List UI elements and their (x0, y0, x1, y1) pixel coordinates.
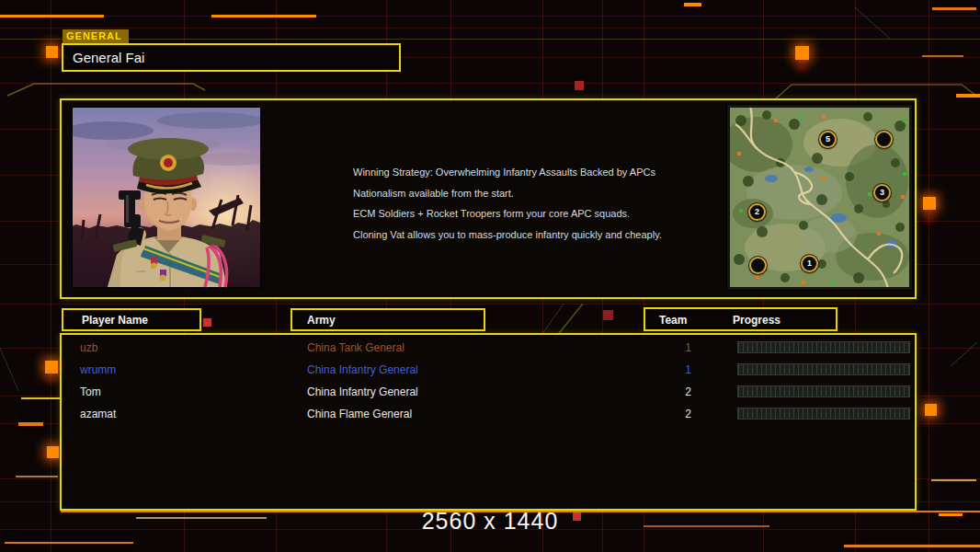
glow-reflection (46, 375, 57, 383)
decoration-dash (684, 3, 701, 6)
player-row: Tom China Infantry General 2 (62, 382, 915, 404)
glow-reflection (796, 63, 807, 72)
map-start-marker-2: 2 (748, 203, 766, 221)
glow-square-decoration (925, 404, 937, 416)
player-name: Tom (80, 385, 101, 398)
player-team: 2 (650, 408, 691, 420)
player-army: China Infantry General (307, 363, 418, 376)
player-team: 1 (650, 363, 691, 376)
player-row: wrumm China Infantry General 1 (62, 360, 915, 382)
strategy-text: Winning Strategy: Overwhelming Infantry … (353, 162, 662, 245)
army-header-label: Army (307, 314, 336, 327)
general-portrait (73, 108, 260, 287)
glow-square-decoration (923, 197, 936, 210)
army-header: Army (291, 308, 485, 331)
loading-screen: GENERAL General Fai (0, 0, 980, 552)
decoration-dash (0, 15, 104, 17)
player-list-panel: uzb China Tank General 1 wrumm China Inf… (60, 333, 917, 511)
glow-square-decoration (47, 446, 59, 458)
red-square-decoration (575, 81, 584, 90)
player-army: China Flame General (307, 408, 412, 420)
progress-bar (737, 385, 910, 397)
decoration-dash (956, 94, 980, 98)
strategy-line: Winning Strategy: Overwhelming Infantry … (353, 162, 662, 183)
progress-bar (737, 363, 910, 375)
glow-square-decoration (46, 46, 58, 58)
map-start-marker-3: 3 (873, 184, 891, 201)
progress-bar (737, 408, 910, 420)
map-start-marker-1: 1 (801, 255, 818, 272)
player-rows: uzb China Tank General 1 wrumm China Inf… (62, 335, 915, 509)
decoration-dash (932, 7, 976, 10)
map-start-marker-5: 5 (819, 131, 837, 148)
map-start-marker-empty (749, 257, 767, 274)
player-row: azamat China Flame General 2 (62, 404, 915, 426)
team-header-label: Team (659, 314, 687, 327)
player-name-header: Player Name (62, 308, 201, 331)
progress-bar (737, 341, 910, 353)
general-tab-label: GENERAL (63, 29, 129, 43)
player-army: China Infantry General (307, 385, 418, 398)
map-start-marker-empty (875, 131, 893, 148)
progress-header-label: Progress (733, 314, 781, 327)
glow-reflection (925, 213, 935, 223)
general-name: General Fai (73, 50, 144, 65)
decoration-dash (21, 397, 62, 399)
red-square-decoration (203, 318, 211, 327)
decoration-dash (18, 422, 43, 426)
decoration-dash (931, 479, 976, 481)
team-progress-header: Team Progress (644, 307, 838, 331)
player-row: uzb China Tank General 1 (62, 338, 915, 360)
general-portrait-art (73, 108, 260, 287)
map-markers: 5321 (730, 108, 909, 287)
glow-square-decoration (45, 361, 58, 374)
decoration-dash (844, 545, 980, 547)
general-name-box: General Fai (62, 43, 401, 72)
player-army: China Tank General (307, 341, 405, 354)
player-name-header-label: Player Name (82, 314, 148, 327)
glow-square-decoration (795, 46, 809, 60)
decoration-dash (922, 55, 963, 57)
strategy-line: Nationalism available from the start. (353, 183, 662, 204)
player-name: azamat (80, 408, 116, 420)
player-name: uzb (80, 341, 97, 354)
player-name: wrumm (80, 363, 116, 376)
map-preview: 5321 (727, 105, 912, 290)
decoration-dash (16, 476, 58, 477)
strategy-line: Cloning Vat allows you to mass-produce i… (353, 224, 662, 246)
resolution-text: 2560 x 1440 (0, 508, 980, 535)
red-square-decoration (603, 310, 613, 320)
decoration-dash (211, 15, 316, 17)
decoration-dash (5, 542, 133, 544)
player-team: 1 (650, 341, 691, 354)
player-team: 2 (650, 385, 691, 398)
strategy-line: ECM Soldiers + Rocket Troopers form your… (353, 203, 662, 224)
